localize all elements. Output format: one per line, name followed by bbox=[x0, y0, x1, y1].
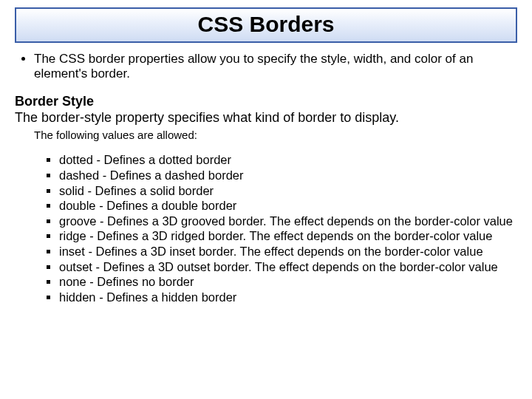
list-item: dashed - Defines a dashed border bbox=[59, 168, 517, 183]
list-item: ridge - Defines a 3D ridged border. The … bbox=[59, 228, 517, 244]
list-item: double - Defines a double border bbox=[59, 198, 517, 214]
content-area: The CSS border properties allow you to s… bbox=[0, 52, 532, 305]
list-item: hidden - Defines a hidden border bbox=[59, 290, 517, 305]
page-title: CSS Borders bbox=[16, 12, 516, 37]
list-item: none - Defines no border bbox=[59, 274, 517, 290]
intro-list: The CSS border properties allow you to s… bbox=[15, 52, 517, 81]
list-item: solid - Defines a solid border bbox=[59, 183, 517, 199]
allowed-values-intro: The following values are allowed: bbox=[34, 129, 517, 142]
list-item: inset - Defines a 3D inset border. The e… bbox=[59, 244, 517, 259]
list-item: dotted - Defines a dotted border bbox=[59, 152, 517, 168]
intro-item: The CSS border properties allow you to s… bbox=[34, 52, 517, 81]
title-box: CSS Borders bbox=[15, 7, 517, 43]
values-list: dotted - Defines a dotted border dashed … bbox=[40, 152, 517, 304]
list-item: outset - Defines a 3D outset border. The… bbox=[59, 259, 517, 275]
section-subheading: The border-style property specifies what… bbox=[15, 110, 517, 126]
list-item: groove - Defines a 3D grooved border. Th… bbox=[59, 214, 517, 229]
section-heading: Border Style bbox=[15, 94, 517, 110]
